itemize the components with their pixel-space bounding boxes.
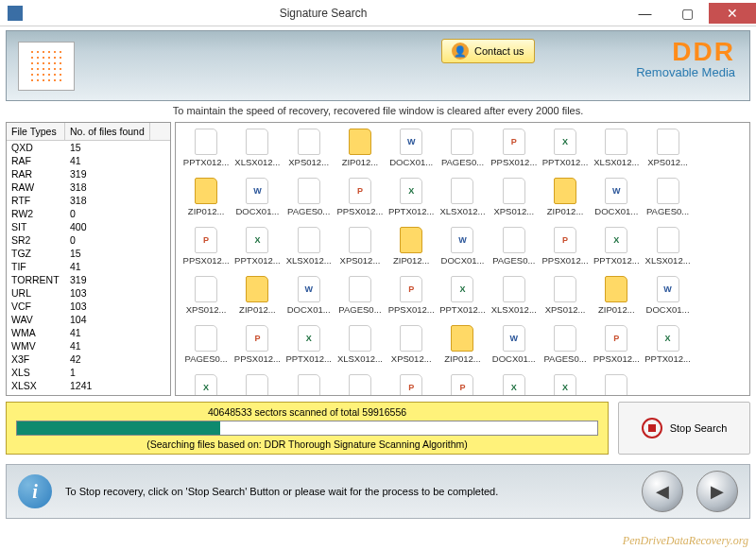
file-item[interactable]: PPTX012... [592,227,641,272]
file-item[interactable]: PPS000... [387,374,436,396]
file-item[interactable]: PPTX012... [438,276,487,321]
file-item[interactable]: PPSX012... [490,129,539,174]
file-item[interactable]: PAGES0... [541,325,590,370]
stop-search-button[interactable]: Stop Search [618,402,750,455]
table-row[interactable]: TGZ15 [7,247,170,260]
file-item[interactable]: ZIP012... [438,325,487,370]
file-item[interactable]: DOCX01... [232,178,282,223]
file-item[interactable]: DOCX01... [387,129,436,174]
file-item[interactable]: XLSX012... [643,227,692,272]
table-row[interactable]: XPS1241 [7,392,170,395]
table-row[interactable]: RAF41 [7,154,170,167]
file-item[interactable]: ZIP012... [181,178,231,223]
forward-button[interactable]: ▶ [696,471,738,512]
file-item[interactable]: DOCX01... [490,325,539,370]
file-item[interactable]: PPSX012... [387,276,436,321]
file-item[interactable]: DOCX01... [592,178,641,223]
file-label: XLSX012... [491,304,537,315]
table-row[interactable]: XLS1 [7,366,170,379]
col-file-types[interactable]: File Types [7,123,65,140]
file-item[interactable]: XPS012... [490,178,539,223]
contact-us-button[interactable]: 👤 Contact us [441,39,535,63]
file-item[interactable]: XPS012... [541,276,590,321]
file-item[interactable]: XPS012... [181,276,231,321]
file-item[interactable]: XPS012... [387,325,436,370]
table-row[interactable]: RAW318 [7,180,170,194]
file-item[interactable]: FLA000... [592,374,641,396]
file-item[interactable]: PUB000... [490,374,539,396]
table-row[interactable]: SR20 [7,233,170,247]
maximize-button[interactable]: ▢ [666,3,709,24]
table-row[interactable]: SIT400 [7,220,170,233]
file-item[interactable]: ZIP012... [232,276,282,321]
file-item[interactable]: XLSX012... [490,276,539,321]
file-item[interactable]: DOCX01... [284,276,334,321]
file-item[interactable]: PPSX012... [541,227,590,272]
file-item[interactable]: PPSX012... [181,227,231,272]
file-item[interactable]: PPSX012... [592,325,641,370]
recovered-files-panel[interactable]: PPTX012...XLSX012...XPS012...ZIP012...DO… [175,122,750,396]
file-item[interactable]: XLSX012... [592,129,641,174]
file-item[interactable]: PPSX012... [335,178,385,223]
table-row[interactable]: QXD15 [7,141,170,154]
file-item[interactable]: PPSX012... [232,325,282,370]
file-item[interactable]: XLSX012... [335,325,385,370]
file-item[interactable]: XPS012... [643,129,692,174]
back-button[interactable]: ◀ [642,471,683,512]
file-item[interactable]: RTF000... [284,374,334,396]
file-item[interactable]: PPT000... [438,374,487,396]
file-item[interactable]: XLS000... [541,374,590,396]
table-row[interactable]: RAR319 [7,167,170,180]
file-item[interactable]: XLSX012... [438,178,487,223]
file-item[interactable]: PAGES0... [335,276,385,321]
table-row[interactable]: TORRENT319 [7,273,170,286]
file-item[interactable]: XPS012... [335,227,385,272]
file-item[interactable]: PPTX012... [284,325,334,370]
file-icon [554,227,576,253]
table-row[interactable]: URL103 [7,286,170,300]
file-item[interactable]: PPTX012... [643,325,692,370]
col-count[interactable]: No. of files found [65,123,150,140]
file-item[interactable]: PPTX012... [232,227,282,272]
table-row[interactable]: WMV41 [7,339,170,352]
file-icon [503,227,525,253]
table-row[interactable]: XLSX1241 [7,379,170,392]
file-item[interactable]: ZIP012... [387,227,436,272]
file-label: DOCX01... [594,206,638,216]
file-item[interactable]: ZIP012... [541,178,590,223]
file-item[interactable]: DOCX01... [438,227,487,272]
file-item[interactable]: ZIP012... [335,129,385,174]
file-label: XPS012... [647,157,688,167]
close-button[interactable]: ✕ [709,3,756,24]
file-types-list[interactable]: QXD15RAF41RAR319RAW318RTF318RW20SIT400SR… [7,141,170,395]
table-row[interactable]: WAV104 [7,313,170,326]
file-item[interactable]: XML000... [232,374,282,396]
file-icon [451,325,473,352]
table-row[interactable]: VCF103 [7,300,170,313]
table-row[interactable]: TIF41 [7,260,170,273]
file-item[interactable]: PAGES0... [181,325,231,370]
file-item[interactable]: XPS012... [284,129,334,174]
file-item[interactable]: XLSX012... [284,227,334,272]
file-item[interactable]: ZIP012... [592,276,641,321]
file-item[interactable]: PPTX012... [541,129,590,174]
file-item[interactable]: XLSX012... [232,129,282,174]
file-item[interactable]: MSG000... [335,374,385,396]
file-item[interactable]: PAGES0... [490,227,539,272]
file-item[interactable]: PPTX012... [387,178,436,223]
table-row[interactable]: WMA41 [7,326,170,339]
file-item[interactable]: XLS000... [181,374,231,396]
file-item[interactable]: DOCX01... [643,276,692,321]
file-label: XLSX012... [337,353,383,364]
file-icon [195,129,217,155]
file-item[interactable]: PAGES0... [438,129,487,174]
table-row[interactable]: X3F42 [7,352,170,366]
table-row[interactable]: RW20 [7,207,170,220]
file-icon [554,129,576,155]
file-item[interactable]: PPTX012... [181,129,231,174]
minimize-button[interactable]: — [624,3,666,24]
file-item[interactable]: PAGES0... [643,178,692,223]
file-item[interactable]: PAGES0... [284,178,334,223]
table-row[interactable]: RTF318 [7,194,170,207]
app-icon [8,6,23,21]
